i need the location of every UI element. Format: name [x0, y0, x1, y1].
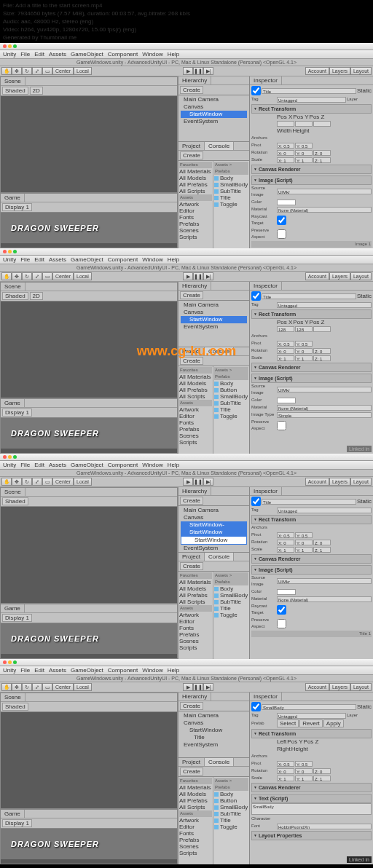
tab-inspector[interactable]: Inspector: [250, 282, 282, 290]
fav-item[interactable]: All Models: [179, 380, 212, 387]
width-field[interactable]: 128: [277, 326, 294, 332]
folder-item[interactable]: Fonts: [179, 419, 212, 426]
fav-item[interactable]: All Materials: [179, 168, 212, 175]
rotx-field[interactable]: X: 0: [277, 150, 294, 156]
menu-unity[interactable]: Unity: [3, 51, 16, 58]
close-icon[interactable]: [3, 455, 7, 459]
hierarchy-item[interactable]: EventSystem: [181, 118, 247, 125]
space-toggle[interactable]: Local: [74, 67, 92, 75]
menu-unity[interactable]: Unity: [3, 256, 16, 263]
sy-field[interactable]: Y: 1: [295, 157, 313, 163]
tab-hierarchy[interactable]: Hierarchy: [178, 487, 211, 495]
2d-toggle[interactable]: 2D: [30, 87, 43, 95]
maximize-icon[interactable]: [13, 660, 17, 664]
fav-item[interactable]: All Prefabs: [179, 387, 212, 393]
maximize-icon[interactable]: [13, 455, 17, 459]
close-icon[interactable]: [3, 44, 7, 48]
prefab-item[interactable]: SmallBody: [214, 181, 248, 188]
tab-console[interactable]: Console: [205, 553, 234, 561]
hand-tool-icon[interactable]: ✋: [1, 272, 12, 280]
menu-component[interactable]: Component: [108, 51, 138, 58]
pivotx-field[interactable]: X: 0.5: [277, 143, 294, 149]
folder-item[interactable]: Editor: [179, 208, 212, 214]
scale-tool-icon[interactable]: ⤢: [32, 683, 42, 691]
close-icon[interactable]: [3, 660, 7, 664]
tab-console[interactable]: Console: [205, 347, 234, 355]
prefab-apply[interactable]: Apply: [323, 719, 344, 727]
move-tool-icon[interactable]: ✥: [12, 67, 22, 75]
prefab-item[interactable]: Title: [214, 406, 248, 413]
move-tool-icon[interactable]: ✥: [12, 683, 22, 691]
prefab-item[interactable]: Body: [214, 380, 248, 387]
play-icon[interactable]: ▶: [183, 478, 193, 486]
object-name-field[interactable]: Title: [262, 293, 356, 299]
enabled-checkbox[interactable]: [251, 86, 261, 95]
raycast-checkbox[interactable]: [277, 216, 286, 225]
project-create[interactable]: Create: [180, 357, 203, 365]
tab-game[interactable]: Game: [1, 604, 25, 612]
breadcrumb[interactable]: Assets > Prefabs: [214, 162, 248, 175]
layout-properties-header[interactable]: Layout Properties: [251, 831, 372, 840]
prefab-item[interactable]: Title: [214, 194, 248, 201]
minimize-icon[interactable]: [8, 660, 12, 664]
hierarchy-item[interactable]: Main Camera: [181, 507, 247, 514]
hand-tool-icon[interactable]: ✋: [1, 67, 12, 75]
account-dropdown[interactable]: Account: [305, 272, 329, 280]
sx-field[interactable]: X: 1: [277, 157, 294, 163]
hierarchy-item[interactable]: Main Camera: [181, 301, 247, 309]
roty-field[interactable]: Y: 0: [295, 150, 313, 156]
folder-item[interactable]: Artwork: [179, 406, 212, 413]
prefab-item[interactable]: SubTitle: [214, 188, 248, 194]
rotate-tool-icon[interactable]: ↻: [22, 67, 32, 75]
tab-inspector[interactable]: Inspector: [250, 693, 282, 701]
menu-edit[interactable]: Edit: [34, 51, 44, 58]
close-icon[interactable]: [3, 250, 7, 253]
text-script-header[interactable]: Text (Script): [251, 794, 372, 803]
hierarchy-item[interactable]: Canvas: [181, 309, 247, 316]
enabled-checkbox[interactable]: [251, 291, 261, 301]
layout-dropdown[interactable]: Layout: [350, 67, 372, 75]
menu-component[interactable]: Component: [108, 256, 138, 263]
rotate-tool-icon[interactable]: ↻: [22, 272, 32, 280]
folder-item[interactable]: Artwork: [179, 201, 212, 208]
menu-file[interactable]: File: [20, 51, 30, 58]
posy-field[interactable]: [295, 121, 313, 127]
play-icon[interactable]: ▶: [183, 683, 193, 691]
canvas-renderer-header[interactable]: Canvas Renderer: [251, 165, 372, 174]
material-field[interactable]: None (Material): [277, 207, 372, 213]
fav-item[interactable]: All Materials: [179, 374, 212, 380]
step-icon[interactable]: ▶|: [203, 67, 213, 75]
render-mode[interactable]: Shaded: [2, 292, 28, 300]
object-name-field[interactable]: SmallBody: [262, 704, 356, 710]
scale-tool-icon[interactable]: ⤢: [32, 478, 42, 486]
prefab-item[interactable]: Toggle: [214, 201, 248, 208]
hierarchy-item[interactable]: EventSystem: [181, 323, 247, 331]
pause-icon[interactable]: ❚❚: [193, 67, 203, 75]
minimize-icon[interactable]: [8, 250, 12, 253]
display-dropdown[interactable]: Display 1: [2, 409, 32, 417]
move-tool-icon[interactable]: ✥: [12, 272, 22, 280]
hierarchy-item-selected[interactable]: StartWindow: [181, 316, 247, 323]
2d-toggle[interactable]: 2D: [30, 292, 43, 300]
account-dropdown[interactable]: Account: [305, 67, 329, 75]
tag-dropdown[interactable]: Untagged: [277, 97, 346, 103]
tab-scene[interactable]: Scene: [1, 488, 25, 496]
height-field[interactable]: 128: [295, 326, 313, 332]
color-swatch[interactable]: [277, 200, 296, 205]
fav-item[interactable]: All Scripts: [179, 393, 212, 400]
rect-tool-icon[interactable]: ▭: [42, 478, 52, 486]
posz-field[interactable]: [313, 121, 331, 127]
layers-dropdown[interactable]: Layers: [329, 67, 350, 75]
menu-assets[interactable]: Assets: [49, 51, 66, 58]
tab-console[interactable]: Console: [205, 142, 234, 150]
hierarchy-item[interactable]: Canvas: [181, 103, 247, 111]
tab-hierarchy[interactable]: Hierarchy: [178, 693, 211, 701]
menu-window[interactable]: Window: [142, 256, 162, 263]
step-icon[interactable]: ▶|: [203, 272, 213, 280]
fav-item[interactable]: All Models: [179, 175, 212, 181]
source-image-field[interactable]: UIMkr: [277, 189, 372, 194]
rotz-field[interactable]: Z: 0: [313, 150, 331, 156]
folder-item[interactable]: Scripts: [179, 439, 212, 446]
prefab-item[interactable]: Button: [214, 387, 248, 393]
rect-tool-icon[interactable]: ▭: [42, 67, 52, 75]
